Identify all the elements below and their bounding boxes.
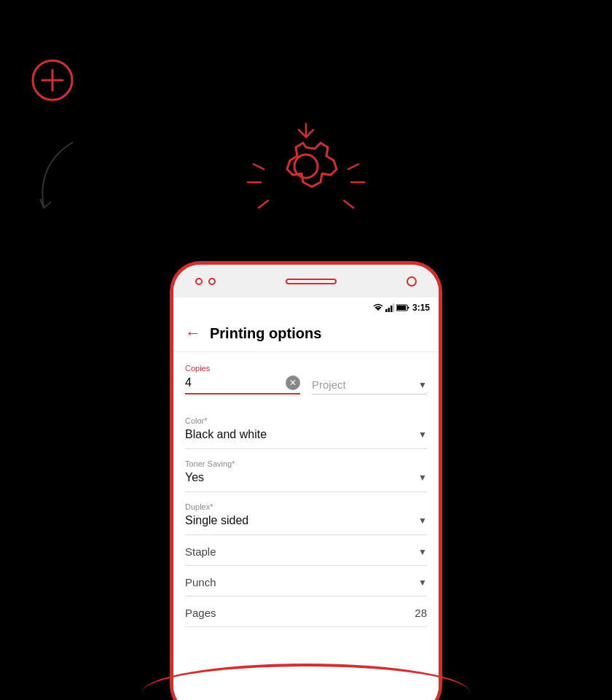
- status-icons: [373, 303, 409, 312]
- copies-input-wrapper: ✕: [185, 376, 300, 394]
- copies-label: Copies: [185, 364, 300, 373]
- status-bar: 3:15: [173, 298, 439, 318]
- duplex-value: Single sided: [185, 514, 248, 527]
- toner-value: Yes: [185, 471, 204, 484]
- svg-rect-18: [407, 307, 409, 309]
- color-value-row: Black and white ▼: [185, 428, 427, 441]
- svg-marker-11: [375, 308, 381, 311]
- signal-icon: [385, 303, 394, 312]
- pages-row: Pages 28: [185, 596, 427, 627]
- svg-rect-15: [393, 303, 394, 312]
- form-area: Copies ✕ Project ▼ Color* Black and whit…: [173, 352, 439, 700]
- staple-label: Staple: [185, 545, 216, 558]
- copies-project-row: Copies ✕ Project ▼: [185, 364, 427, 394]
- svg-rect-14: [391, 306, 393, 312]
- wifi-icon: [373, 303, 383, 312]
- phone-screen: 3:15 ← Printing options Copies ✕ Project: [173, 298, 439, 700]
- battery-icon: [396, 304, 409, 311]
- staple-arrow-icon: ▼: [418, 547, 427, 557]
- svg-rect-17: [397, 306, 406, 310]
- duplex-value-row: Single sided ▼: [185, 514, 427, 527]
- phone-dots: [195, 278, 216, 285]
- clear-copies-button[interactable]: ✕: [286, 376, 300, 390]
- back-button[interactable]: ←: [185, 324, 201, 343]
- svg-line-9: [344, 201, 353, 208]
- project-placeholder: Project: [312, 378, 346, 391]
- svg-line-8: [259, 201, 268, 208]
- color-field[interactable]: Color* Black and white ▼: [185, 406, 427, 449]
- phone-dot-1: [195, 278, 203, 285]
- pages-value: 28: [415, 607, 427, 619]
- duplex-field[interactable]: Duplex* Single sided ▼: [185, 492, 427, 535]
- svg-line-4: [254, 164, 264, 169]
- svg-rect-13: [388, 308, 390, 312]
- toner-value-row: Yes ▼: [185, 471, 427, 484]
- phone-speaker: [286, 279, 337, 284]
- phone-frame: 3:15 ← Printing options Copies ✕ Project: [171, 262, 441, 700]
- status-time: 3:15: [412, 303, 430, 313]
- gear-decoration: [226, 117, 386, 265]
- plus-icon[interactable]: [31, 58, 74, 105]
- phone-camera: [407, 276, 417, 287]
- svg-line-6: [348, 164, 358, 169]
- toner-arrow-icon: ▼: [418, 472, 427, 483]
- staple-field[interactable]: Staple ▼: [185, 535, 427, 566]
- toner-label: Toner Saving*: [185, 459, 427, 468]
- duplex-arrow-icon: ▼: [418, 516, 427, 526]
- svg-point-10: [294, 155, 318, 178]
- color-label: Color*: [185, 416, 427, 425]
- arrow-decoration: [29, 135, 87, 225]
- pages-label: Pages: [185, 607, 216, 619]
- duplex-label: Duplex*: [185, 502, 427, 511]
- app-header: ← Printing options: [173, 318, 439, 352]
- color-value: Black and white: [185, 428, 267, 441]
- project-arrow-icon: ▼: [418, 380, 427, 390]
- phone-top-hardware: [173, 265, 439, 298]
- punch-label: Punch: [185, 576, 216, 588]
- project-dropdown[interactable]: Project ▼: [312, 378, 427, 394]
- color-arrow-icon: ▼: [418, 429, 427, 440]
- page-title: Printing options: [210, 325, 321, 342]
- copies-input[interactable]: [185, 376, 286, 389]
- punch-arrow-icon: ▼: [418, 578, 427, 588]
- svg-rect-12: [385, 309, 388, 312]
- toner-field[interactable]: Toner Saving* Yes ▼: [185, 449, 427, 492]
- copies-field: Copies ✕: [185, 364, 300, 394]
- phone-dot-2: [208, 278, 216, 285]
- punch-field[interactable]: Punch ▼: [185, 566, 427, 596]
